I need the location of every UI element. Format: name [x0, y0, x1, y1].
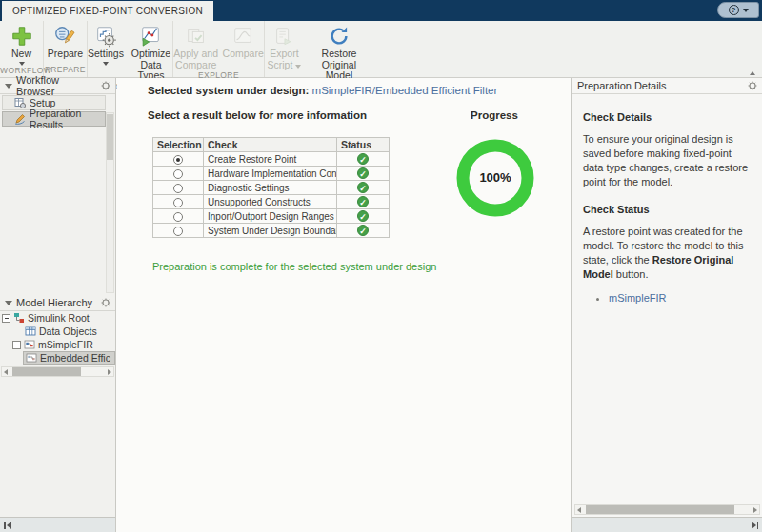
check-name: Unsupported Constructs [204, 195, 337, 209]
radio-button[interactable] [173, 155, 183, 165]
scroll-right-icon[interactable] [105, 367, 113, 376]
setup-icon [14, 97, 26, 108]
tree-item-embedded-efficient-filter[interactable]: Embedded Effic [23, 351, 115, 365]
chevron-down-icon [743, 9, 749, 12]
collapse-panel-icon[interactable] [5, 301, 12, 305]
pass-status-icon [357, 167, 369, 179]
collapse-ribbon-icon[interactable] [748, 69, 757, 75]
restore-icon [327, 25, 351, 48]
compare-icon [231, 25, 255, 48]
scroll-left-icon[interactable] [2, 367, 10, 376]
settings-icon [93, 25, 118, 48]
tree-item-simulink-root[interactable]: Simulink Root [0, 311, 115, 325]
data-objects-icon [25, 325, 36, 337]
tab-optimized-fixed-point-conversion[interactable]: OPTIMIZED FIXED-POINT CONVERSION [2, 1, 213, 21]
progress-percentage: 100% [454, 170, 536, 185]
export-script-icon [271, 25, 296, 48]
sidebar-item-preparation-results[interactable]: Preparation Results [2, 111, 106, 127]
collapse-right-panel-bar[interactable] [572, 517, 762, 532]
tree-item-msimplefir[interactable]: mSimpleFIR [0, 338, 115, 351]
ribbon-group-explore: Apply and Compare Compare EXPLORE [173, 21, 265, 77]
table-row[interactable]: Diagnostic Settings [153, 181, 390, 195]
scrollbar-thumb[interactable] [586, 505, 734, 514]
titlebar: OPTIMIZED FIXED-POINT CONVERSION ? [0, 0, 762, 21]
pass-status-icon [357, 196, 369, 207]
tree-item-data-objects[interactable]: Data Objects [0, 325, 115, 338]
pass-status-icon [357, 225, 369, 236]
scroll-right-icon[interactable] [751, 505, 759, 514]
progress-donut: 100% [454, 137, 536, 219]
table-header-row: Selection Check Status [153, 138, 390, 152]
list-item: mSimpleFIR [609, 292, 751, 304]
optimize-data-types-button[interactable]: Optimize Data Types [130, 24, 172, 82]
radio-button[interactable] [173, 227, 183, 236]
table-row[interactable]: System Under Design Boundary [153, 224, 390, 238]
subsystem-icon [26, 352, 37, 364]
check-status-text-part2: button. [613, 268, 649, 280]
scrollbar-thumb[interactable] [107, 114, 113, 160]
scrollbar-thumb[interactable] [12, 367, 81, 376]
completion-message: Preparation is complete for the selected… [152, 261, 436, 272]
collapse-node-icon[interactable] [2, 314, 10, 323]
scrollbar-track[interactable] [10, 367, 105, 376]
new-button[interactable]: New [10, 24, 34, 66]
selected-system-line: Selected system under design: mSimpleFIR… [148, 85, 497, 96]
export-script-text: Export Script [268, 48, 299, 70]
settings-button-label: Settings [88, 49, 124, 60]
workflow-vertical-scrollbar[interactable] [106, 112, 114, 293]
preparation-details-header: Preparation Details [572, 78, 762, 94]
check-details-heading: Check Details [583, 111, 751, 123]
column-header-check: Check [204, 138, 337, 152]
ribbon-group-convert: Settings Optimize Data Types CONVERT [88, 21, 173, 77]
preparation-results-icon [14, 113, 26, 125]
scroll-left-icon[interactable] [575, 505, 584, 514]
restore-original-model-button-label: Restore Original Model [308, 49, 371, 82]
radio-button[interactable] [173, 169, 183, 179]
model-hierarchy-panel: Model Hierarchy Simulink Root Data Objec… [0, 295, 115, 377]
details-body: Check Details To ensure your original de… [572, 94, 762, 304]
collapse-panel-icon[interactable] [5, 84, 12, 89]
radio-button[interactable] [173, 184, 183, 193]
check-status-text: A restore point was created for the mode… [583, 225, 751, 282]
new-button-label: New [11, 49, 31, 60]
results-table: Selection Check Status Create Restore Po… [152, 137, 390, 238]
column-header-status: Status [337, 138, 390, 152]
scrollbar-track[interactable] [584, 505, 751, 514]
table-row[interactable]: Unsupported Constructs [153, 195, 390, 209]
main-content: Selected system under design: mSimpleFIR… [117, 78, 572, 532]
prepare-button[interactable]: Prepare [48, 24, 83, 60]
table-row[interactable]: Hardware Implementation Consi... [153, 167, 390, 181]
tree-item-embedded-efficient-filter-label: Embedded Effic [40, 352, 110, 364]
restore-original-model-button[interactable]: Restore Original Model [308, 24, 371, 82]
selected-system-link[interactable]: mSimpleFIR/Embedded Efficient Filter [312, 85, 498, 96]
table-row[interactable]: Inport/Outport Design Ranges [153, 209, 390, 224]
pass-status-icon [357, 182, 369, 193]
msimplefir-link[interactable]: mSimpleFIR [609, 292, 667, 304]
table-row[interactable]: Create Restore Point [153, 152, 390, 167]
tree-item-msimplefir-label: mSimpleFIR [38, 339, 93, 350]
plus-icon [10, 25, 34, 48]
chevron-down-icon [295, 65, 301, 69]
radio-button[interactable] [173, 212, 183, 222]
collapse-node-icon[interactable] [12, 341, 21, 349]
model-hierarchy-horizontal-scrollbar[interactable] [1, 366, 114, 377]
apply-and-compare-icon [184, 25, 209, 48]
collapse-left-icon[interactable] [4, 522, 11, 529]
column-header-selection: Selection [153, 138, 204, 152]
gear-icon[interactable] [101, 298, 110, 307]
optimize-data-types-button-label: Optimize Data Types [130, 49, 172, 82]
check-name: System Under Design Boundary [204, 224, 337, 238]
gear-icon[interactable] [101, 81, 110, 90]
details-horizontal-scrollbar[interactable] [574, 504, 760, 515]
settings-button[interactable]: Settings [88, 24, 124, 66]
radio-button[interactable] [173, 198, 183, 207]
ribbon-group-prepare: Prepare PREPARE [44, 21, 88, 77]
help-button[interactable]: ? [717, 2, 759, 18]
collapse-right-icon[interactable] [752, 522, 759, 529]
model-icon [24, 339, 35, 350]
prepare-button-label: Prepare [48, 49, 83, 60]
gear-icon[interactable] [748, 81, 757, 90]
collapse-left-panel-bar[interactable] [0, 517, 115, 532]
model-hierarchy-title: Model Hierarchy [16, 297, 97, 308]
chevron-down-icon [103, 62, 109, 66]
